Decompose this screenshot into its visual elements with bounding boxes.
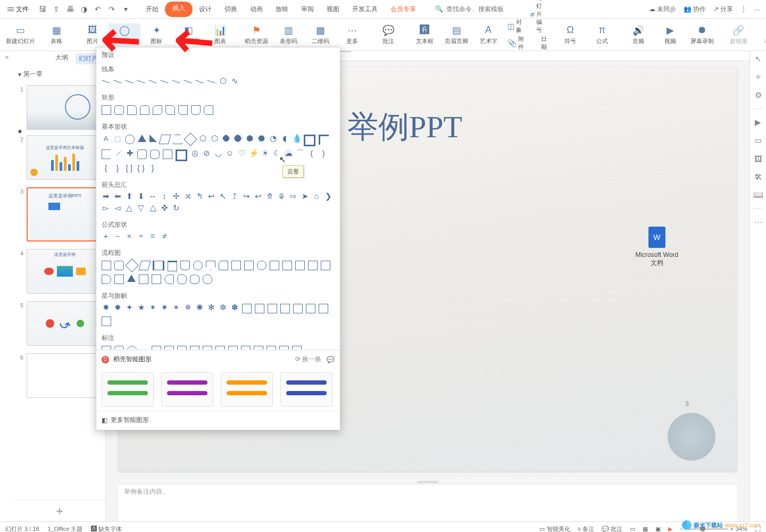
wordart-button[interactable]: A艺术字 (472, 23, 504, 46)
fc-collate[interactable] (270, 261, 279, 270)
callout-border1[interactable] (254, 346, 263, 350)
fc-manualinput[interactable] (139, 275, 148, 284)
fc-summing[interactable] (244, 261, 254, 270)
shape-lightning[interactable]: ⚡ (249, 149, 257, 158)
view-slideshow-icon[interactable]: ▶ (668, 526, 672, 533)
shape-snipround[interactable] (165, 105, 175, 115)
fc-altprocess[interactable] (114, 261, 124, 270)
thumb-5[interactable]: 5↶ (16, 301, 103, 346)
thumb-2[interactable]: 2这里是举例文本标题 (16, 135, 103, 180)
shape-snip2same[interactable] (140, 105, 149, 115)
shape-star6[interactable]: ✶ (148, 304, 157, 312)
shape-triangle[interactable] (138, 135, 146, 142)
textbox-button[interactable]: 🅰文本框 (409, 23, 440, 46)
export-icon[interactable]: ⇪ (51, 4, 62, 14)
shape-rtriangle[interactable] (149, 135, 157, 142)
shape-brace3[interactable]: } (148, 164, 157, 173)
rail-design-icon[interactable]: ✧ (753, 72, 763, 82)
shape-hexagon[interactable]: ⬡ (210, 135, 219, 143)
fc-document[interactable] (180, 261, 190, 270)
tab-transition[interactable]: 切换 (218, 2, 244, 17)
fc-merge[interactable] (308, 261, 318, 270)
shape-freeform-closed[interactable]: ⬡ (219, 77, 227, 86)
fc-data[interactable] (139, 261, 151, 270)
slide-title[interactable]: 举例PPT (347, 106, 462, 148)
notes-toggle[interactable]: ≡ 备注 (578, 525, 594, 533)
object-button[interactable]: ◫对象 (507, 18, 524, 34)
shape-sun[interactable]: ☀ (261, 149, 269, 158)
tab-review[interactable]: 审阅 (295, 2, 320, 17)
shape-brace1[interactable]: { (102, 164, 110, 173)
shape-pentagon[interactable]: ⬠ (198, 135, 207, 143)
more-smart-shapes[interactable]: ◧ 更多智能图形 (96, 411, 340, 430)
shape-bracket2[interactable]: ) (319, 149, 328, 158)
shape-parallelogram[interactable] (159, 135, 171, 144)
shape-frame[interactable] (304, 135, 315, 146)
shape-pie[interactable]: ◔ (269, 135, 277, 143)
fc-connector[interactable] (193, 261, 203, 270)
more-menu[interactable]: ⋮ (740, 5, 747, 13)
shape-diagstripe[interactable]: ⟋ (114, 149, 122, 158)
shape-ribbon-curved-up[interactable] (268, 304, 277, 313)
shape-bracket1[interactable]: ( (307, 149, 316, 158)
shape-ribbonup[interactable] (242, 304, 252, 313)
notes-pane[interactable]: 举例备注内容。 (119, 484, 737, 521)
shape-curve-arrow[interactable] (172, 80, 180, 83)
shape-star16[interactable]: ✻ (207, 304, 215, 312)
shape-bracket-pair[interactable]: [ ] (125, 164, 134, 173)
shape-arrow-callout-quad[interactable]: ✜ (160, 204, 169, 213)
shape-line-double[interactable] (125, 80, 133, 83)
shape-roundrect[interactable] (114, 105, 124, 115)
thumb-3[interactable]: 3这里是举例PPT (16, 187, 103, 242)
shape-arrow-curvedleft[interactable]: ↩ (254, 193, 262, 201)
shape-arrow-callout-r[interactable]: ▻ (102, 204, 110, 213)
shape-halfframe[interactable] (319, 135, 329, 145)
shape-arrow-chevron[interactable]: ❯ (324, 193, 332, 201)
shape-star24[interactable]: ✼ (219, 304, 227, 312)
callout-accent2[interactable] (215, 346, 225, 350)
command-search[interactable]: 🔍 (435, 5, 532, 13)
callout-oval[interactable] (127, 346, 137, 350)
rail-help-icon[interactable]: 📖 (753, 190, 763, 200)
shape-star5[interactable]: ★ (137, 304, 145, 312)
rail-select-icon[interactable]: ↖ (753, 54, 763, 64)
embedded-word-object[interactable]: Microsoft Word 文档 (636, 227, 678, 268)
shape-star8[interactable]: ✴ (172, 304, 180, 312)
fc-offpage[interactable] (206, 261, 215, 270)
fc-extract2[interactable] (127, 275, 136, 282)
sync-status[interactable]: ☁未同步 (649, 5, 676, 14)
hyperlink-button[interactable]: 🔗超链接 (722, 23, 754, 46)
shape-arrow-bentup[interactable]: ⤴ (230, 193, 239, 201)
shape-curve[interactable] (160, 80, 168, 83)
callout-rect[interactable] (102, 346, 111, 350)
shape-explosion2[interactable]: ✹ (113, 304, 122, 312)
shape-ribbon-curved-down[interactable] (280, 304, 290, 313)
shape-heptagon[interactable]: ⯃ (222, 135, 230, 143)
shape-blockarc[interactable]: ◡ (214, 149, 222, 158)
fc-directaccess[interactable] (177, 275, 187, 284)
fc-card[interactable] (219, 261, 228, 270)
callout-accent4[interactable] (241, 346, 251, 350)
tab-developer[interactable]: 开发工具 (346, 2, 384, 17)
shape-smiley[interactable]: ☺ (226, 149, 234, 158)
shape-arrow-callout-lr[interactable]: ⧋ (148, 204, 157, 213)
fc-predef[interactable] (153, 261, 164, 270)
fc-tape[interactable] (231, 261, 241, 270)
shape-arrow-uturn[interactable]: ↩ (207, 193, 215, 201)
shape-arrow-updown[interactable]: ↕ (160, 193, 169, 201)
audio-button[interactable]: 🔊音频 (622, 23, 654, 46)
shape-bevel[interactable] (176, 149, 187, 161)
callout-cloud[interactable]: ☁ (140, 346, 148, 350)
preview-icon[interactable]: ◑ (79, 4, 89, 14)
shape-star32[interactable]: ✽ (230, 304, 239, 312)
shape-arrow-curvedright[interactable]: ↪ (242, 193, 251, 201)
rail-tools-icon[interactable]: 🛠 (753, 172, 763, 181)
shape-arrow-bent[interactable]: ↰ (195, 193, 204, 201)
view-sorter-icon[interactable]: ▦ (643, 526, 648, 533)
tab-member[interactable]: 会员专享 (384, 2, 422, 17)
shape-snip1[interactable] (127, 105, 137, 115)
rail-more-icon[interactable]: ⋯ (753, 217, 763, 227)
shape-arrow-quad[interactable]: ✢ (172, 193, 180, 201)
smart-card-1[interactable] (102, 372, 154, 406)
tab-animation[interactable]: 动画 (244, 2, 269, 17)
